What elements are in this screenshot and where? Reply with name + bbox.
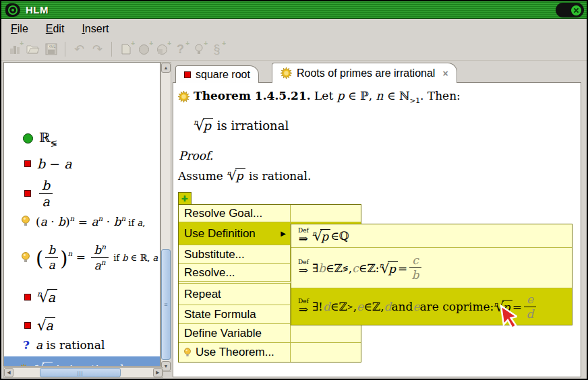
new-page-button[interactable] (117, 40, 135, 58)
theorem-statement: n√p is irrational (194, 117, 289, 133)
submenu-item-exists-fraction[interactable]: Def⇒ ∃ b∈ℤ≶, c∈ℤ: n√p = cb (291, 248, 572, 288)
tab-roots-of-primes[interactable]: Roots of primes are irrational × (272, 63, 457, 83)
menu-item-resolve-goal[interactable]: Resolve Goal... (179, 205, 361, 222)
tree-item-math: n√p is irrational if p ∈ ℙ (34, 361, 160, 367)
theorem-sun-icon (178, 91, 189, 102)
menu-item-use-theorem[interactable]: Use Theorem... (179, 343, 361, 362)
tree-item-math: ba (37, 179, 55, 209)
close-icon (570, 5, 582, 16)
new-definition-button[interactable] (153, 40, 171, 58)
tree-item-subtraction[interactable]: b − a (24, 156, 72, 171)
circle-icon (156, 44, 168, 55)
scroll-left-button[interactable]: ◀ (4, 368, 13, 377)
tree-item-math: n√a (37, 288, 57, 305)
theorem-number: Theorem 1.4.5.21. (194, 89, 311, 102)
tab-square-root[interactable]: square root (175, 65, 259, 83)
menu-item-define-variable[interactable]: Define Variable (179, 324, 361, 343)
tree-item-math: ℝ≶ (39, 129, 57, 148)
theorem-sun-icon (281, 67, 292, 79)
submenu-item-unique-coprime-fraction[interactable]: Def⇒ ∃! d∈ℤ>, e∈ℤ, d and e are coprime: … (291, 288, 572, 325)
scroll-right-button[interactable]: ▶ (153, 368, 163, 377)
insert-step-button[interactable]: + (178, 192, 192, 205)
submenu-arrow-icon: ▶ (281, 230, 286, 237)
cursor-arrow-icon (497, 305, 517, 331)
lightbulb-icon (22, 216, 30, 226)
vertical-scrollbar-thumb[interactable]: ≡ (161, 249, 171, 360)
tree-item-nth-root[interactable]: n√a (24, 288, 57, 305)
new-construction-button[interactable] (135, 40, 153, 58)
theorem-sun-icon (19, 363, 28, 367)
definition-icon (24, 160, 31, 167)
construction-icon (23, 133, 33, 144)
menubar: File Edit Insert (1, 20, 587, 38)
app-logo-icon (8, 5, 18, 15)
floppy-xml-icon: XML (45, 43, 57, 55)
open-button[interactable] (24, 40, 42, 58)
undo-button[interactable]: ↶ (70, 40, 88, 58)
page-icon (121, 44, 131, 55)
new-section-button[interactable]: § (208, 40, 226, 58)
tree-item-math: b − a (37, 156, 72, 171)
definition-icon (24, 190, 31, 197)
tab-close-icon[interactable]: × (442, 68, 448, 79)
tree-item-math: (a · b)n = an · bn if a, (36, 214, 145, 228)
tree-item-math: a is rational (36, 338, 105, 352)
horizontal-scrollbar-thumb[interactable]: ||| (40, 368, 121, 377)
window-menu-icon[interactable] (5, 3, 20, 17)
scroll-up-button[interactable]: ▲ (161, 63, 171, 73)
window-title: HLM (26, 4, 49, 15)
use-definition-submenu: Def⇒ n√p ∈ ℚ Def⇒ ∃ b∈ℤ≶, c∈ℤ: n√p = cb … (291, 224, 572, 325)
tree-item-power-quotient[interactable]: (ba)n = bnan if b ∈ ℝ, a ∈ (22, 243, 160, 272)
proof-assume-line: Assume n√p is rational. (178, 168, 311, 183)
tree-item-math: √a (37, 317, 55, 334)
theorem-heading: Theorem 1.4.5.21. Let p ∈ ℙ, n ∈ ℕ>1. Th… (178, 89, 461, 104)
tree-item-roots-irrational-selected[interactable]: n√p is irrational if p ∈ ℙ (4, 356, 160, 367)
sidebar-vertical-scrollbar[interactable]: ▲ ≡ ▼ (160, 62, 171, 372)
submenu-item-in-Q[interactable]: Def⇒ n√p ∈ ℚ (291, 224, 572, 248)
proof-label: Proof. (179, 149, 213, 162)
tree-item-division[interactable]: ba (24, 179, 55, 209)
lightbulb-icon (22, 252, 30, 263)
mouse-cursor (497, 305, 517, 334)
plus-icon: + (181, 193, 187, 204)
menu-file[interactable]: File (11, 23, 28, 35)
lightbulb-icon (184, 348, 191, 357)
new-theorem-button[interactable] (189, 40, 208, 58)
definition-icon (24, 322, 31, 329)
redo-button[interactable]: ↷ (88, 40, 107, 58)
close-button[interactable] (556, 3, 584, 18)
tree-item-power-product[interactable]: (a · b)n = an · bn if a, (22, 214, 145, 228)
lightbulb-icon (195, 44, 203, 55)
menu-edit[interactable]: Edit (46, 23, 65, 35)
bar-chart-icon (9, 43, 21, 55)
menu-insert[interactable]: Insert (82, 23, 109, 35)
tab-label: square root (196, 69, 250, 81)
library-tree: ℝ≶ b − a ba (a · b)n = an · bn if a, ( (3, 62, 160, 367)
titlebar[interactable]: HLM (1, 1, 587, 19)
new-library-button[interactable] (5, 40, 24, 58)
definition-icon (184, 71, 191, 78)
theorem-premise: Let p ∈ ℙ, n ∈ ℕ>1. Then: (311, 89, 461, 102)
circle-icon (138, 44, 150, 55)
hlm-window: HLM File Edit Insert (0, 0, 588, 380)
tree-item-math: (ba)n = bnan if b ∈ ℝ, a ∈ (36, 243, 160, 272)
tree-item-is-rational[interactable]: ? a is rational (23, 338, 105, 352)
toolbar-separator (65, 42, 65, 57)
predicate-question-icon: ? (23, 338, 30, 352)
folder-icon (26, 44, 40, 55)
save-xml-button[interactable]: XML (42, 40, 60, 58)
sidebar-horizontal-scrollbar[interactable]: ◀ ||| ▶ (3, 367, 163, 378)
tab-label: Roots of primes are irrational (297, 67, 435, 80)
definition-icon (24, 294, 31, 300)
new-predicate-button[interactable]: ? (171, 40, 189, 58)
toolbar-separator (111, 42, 112, 57)
tree-item-sqrt[interactable]: √a (24, 317, 55, 334)
toolbar: XML ↶ ↷ ? § (1, 38, 587, 61)
svg-text:XML: XML (49, 44, 56, 49)
tree-item-real-numbers[interactable]: ℝ≶ (23, 129, 57, 148)
